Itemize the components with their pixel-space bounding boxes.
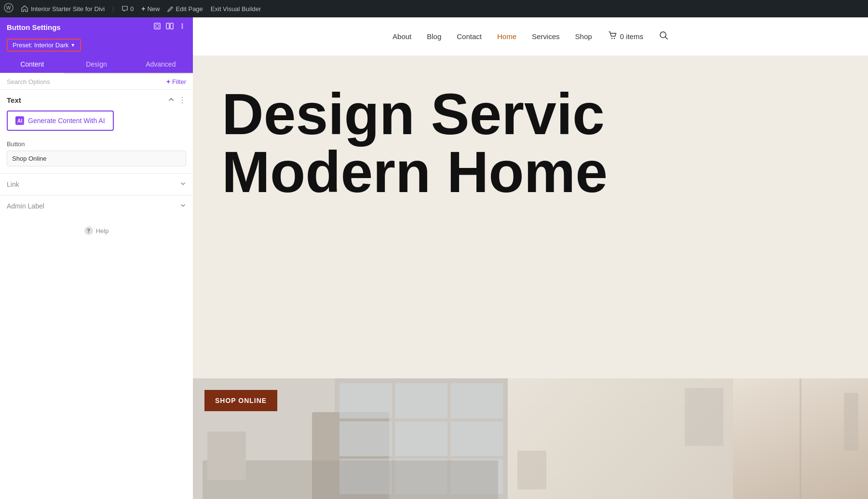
shop-online-button[interactable]: SHOP ONLINE [204, 390, 277, 411]
link-section: Link [0, 173, 193, 195]
tab-advanced[interactable]: Advanced [129, 55, 193, 74]
admin-bar: W Interior Starter Site for Divi | 0 + N… [0, 0, 868, 17]
button-field-group: Button [0, 137, 193, 173]
svg-point-9 [611, 38, 612, 39]
house-icon [21, 5, 28, 12]
tab-design[interactable]: Design [64, 55, 128, 74]
nav-services[interactable]: Services [532, 32, 560, 41]
reset-icon[interactable] [153, 22, 161, 32]
image-strip-item-3 [733, 378, 868, 499]
help-section[interactable]: ? Help [0, 217, 193, 245]
svg-point-8 [182, 28, 183, 29]
ai-icon: AI [15, 116, 24, 125]
chevron-down-icon: ▼ [70, 42, 75, 48]
image-strip-item-1: SHOP ONLINE [193, 378, 508, 499]
filter-button[interactable]: + Filter [166, 78, 186, 85]
link-section-title: Link [7, 180, 19, 188]
search-icon[interactable] [659, 30, 668, 42]
nav-about[interactable]: About [393, 32, 411, 41]
preset-bar: Preset: Interior Dark ▼ [0, 37, 193, 55]
image-strip-item-2 [508, 378, 733, 499]
separator: | [112, 6, 114, 12]
sidebar-header: Button Settings [0, 17, 193, 37]
text-section-header: Text ⋮ [0, 90, 193, 109]
sidebar-content: Text ⋮ AI Generate Content With AI Butto… [0, 90, 193, 499]
preset-selector[interactable]: Preset: Interior Dark ▼ [7, 39, 81, 52]
nav-cart[interactable]: 0 items [608, 30, 643, 42]
admin-edit-link[interactable]: Edit Page [167, 5, 203, 13]
image-strip: SHOP ONLINE [193, 378, 868, 499]
generate-ai-button[interactable]: AI Generate Content With AI [7, 111, 114, 131]
admin-exit-builder-link[interactable]: Exit Visual Builder [211, 5, 261, 13]
plus-icon: + [166, 78, 170, 85]
admin-comments-link[interactable]: 0 [122, 5, 134, 13]
search-bar: + Filter [0, 74, 193, 90]
sidebar-panel: Button Settings [0, 17, 193, 499]
svg-point-7 [182, 26, 183, 27]
admin-bar-site[interactable]: Interior Starter Site for Divi [21, 5, 105, 13]
chevron-down-icon [180, 202, 186, 210]
svg-rect-2 [154, 23, 160, 29]
nav-home[interactable]: Home [497, 32, 516, 41]
columns-icon[interactable] [166, 22, 174, 32]
pencil-icon [167, 6, 174, 12]
wordpress-icon[interactable]: W [4, 3, 14, 15]
button-text-input[interactable] [7, 151, 186, 166]
svg-rect-3 [156, 25, 159, 28]
svg-rect-5 [170, 23, 173, 29]
collapse-icon[interactable] [168, 96, 175, 104]
svg-point-10 [613, 38, 614, 39]
svg-point-6 [182, 24, 183, 25]
sidebar-tabs: Content Design Advanced [0, 55, 193, 74]
nav-contact[interactable]: Contact [457, 32, 482, 41]
admin-label-section-header[interactable]: Admin Label [0, 195, 193, 217]
section-actions: ⋮ [168, 96, 186, 105]
tab-content[interactable]: Content [0, 55, 64, 74]
chevron-down-icon [180, 180, 186, 188]
admin-new-link[interactable]: + New [141, 5, 160, 13]
cart-icon [608, 30, 617, 42]
nav-shop[interactable]: Shop [575, 32, 592, 41]
section-more-icon[interactable]: ⋮ [178, 96, 186, 105]
sidebar-title: Button Settings [7, 23, 61, 31]
admin-label-section: Admin Label [0, 195, 193, 217]
text-section-title: Text [7, 96, 21, 104]
help-icon: ? [84, 226, 93, 235]
site-navigation: About Blog Contact Home Services Shop 0 … [193, 17, 868, 56]
preview-area: About Blog Contact Home Services Shop 0 … [193, 17, 868, 499]
svg-rect-4 [166, 23, 169, 29]
hero-heading: Design Servic Modern Home [222, 85, 839, 201]
admin-label-section-title: Admin Label [7, 202, 44, 210]
comment-icon [122, 5, 128, 12]
svg-text:W: W [6, 5, 11, 11]
button-field-label: Button [7, 140, 186, 148]
link-section-header[interactable]: Link [0, 174, 193, 195]
more-options-icon[interactable] [178, 22, 186, 32]
main-layout: Button Settings [0, 17, 868, 499]
search-input[interactable] [7, 78, 163, 85]
nav-blog[interactable]: Blog [427, 32, 441, 41]
sidebar-header-icons [153, 22, 186, 32]
hero-section: Design Servic Modern Home [193, 56, 868, 378]
